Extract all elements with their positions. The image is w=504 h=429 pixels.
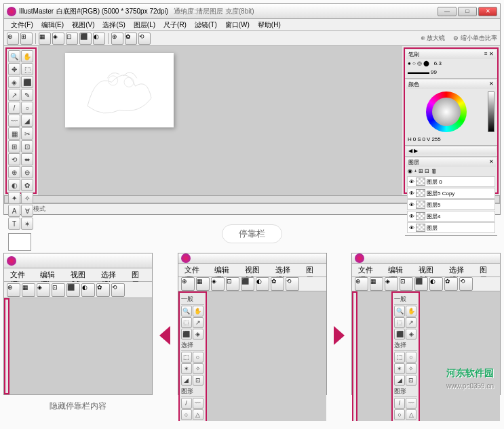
layer-row[interactable]: 👁图层5 bbox=[407, 199, 495, 210]
menu-file[interactable]: 文件(F) bbox=[7, 268, 37, 281]
tool-button[interactable]: ⊡ bbox=[193, 375, 203, 386]
toolbar-button[interactable]: ✿ bbox=[125, 33, 137, 45]
menu-view[interactable]: 视图(V) bbox=[415, 264, 446, 277]
tool-button[interactable]: 🔍 bbox=[181, 306, 192, 316]
title-bar[interactable]: IllustMaster 白底图#(RGB) (5000 * 3750px 72… bbox=[4, 4, 500, 19]
collapsed-dock-strip[interactable] bbox=[352, 291, 357, 421]
tool-button[interactable]: ✶ bbox=[21, 218, 33, 230]
toolbar-button[interactable]: ⊡ bbox=[226, 277, 239, 291]
close-button[interactable]: ✕ bbox=[478, 7, 497, 16]
tool-button[interactable]: 🔍 bbox=[394, 306, 405, 316]
tool-button[interactable]: ↗ bbox=[193, 317, 203, 328]
layer-row[interactable]: 👁图层 0 bbox=[407, 176, 495, 187]
tool-button[interactable]: ○ bbox=[394, 409, 405, 420]
menu-file[interactable]: 文件(F) bbox=[355, 264, 385, 277]
toolbar-button[interactable]: ▦ bbox=[370, 277, 383, 291]
tool-button[interactable]: ✥ bbox=[8, 63, 20, 75]
moved-dock[interactable]: 一般🔍✋⬚↗⬛◈选择⬚○✶✧◢⊡图形/〰○△◢⊞ bbox=[391, 291, 420, 421]
tool-button[interactable]: ✧ bbox=[406, 363, 416, 374]
toolbar-button[interactable]: ⬛ bbox=[241, 277, 254, 291]
tool-button[interactable]: / bbox=[8, 102, 20, 114]
collapsed-dock[interactable] bbox=[4, 298, 9, 394]
toolbar-button[interactable]: ▦ bbox=[22, 283, 35, 297]
tool-button[interactable]: ○ bbox=[193, 352, 203, 363]
tool-button[interactable]: ∀ bbox=[21, 205, 33, 217]
toolbar-button[interactable]: ✿ bbox=[444, 277, 458, 291]
tool-button[interactable]: ↗ bbox=[406, 317, 416, 328]
zoom-out-label[interactable]: 缩小单击比率 bbox=[461, 35, 497, 41]
panel-collapse-icon[interactable]: ≡ ✕ bbox=[484, 51, 494, 58]
tool-button[interactable]: ✋ bbox=[21, 50, 33, 62]
value-slider[interactable] bbox=[488, 91, 495, 132]
visibility-icon[interactable]: 👁 bbox=[409, 213, 414, 220]
toolbar-button[interactable]: ⊕ bbox=[181, 277, 195, 291]
visibility-icon[interactable]: 👁 bbox=[409, 179, 414, 185]
tool-button[interactable]: ✶ bbox=[394, 363, 405, 374]
menu-layer[interactable]: 图层 bbox=[476, 264, 497, 277]
layer-row[interactable]: 👁图层4 bbox=[407, 211, 495, 222]
toolbar-button[interactable]: ◈ bbox=[52, 33, 64, 45]
tool-button[interactable]: ◢ bbox=[394, 375, 405, 386]
menu-view[interactable]: 视图(V) bbox=[68, 19, 98, 30]
menu-layer[interactable]: 图层 bbox=[303, 264, 324, 277]
tool-button[interactable]: ⊖ bbox=[21, 166, 33, 178]
menu-layer[interactable]: 图层(L) bbox=[130, 19, 159, 30]
menu-select[interactable]: 选择(S) bbox=[98, 268, 128, 281]
toolbar-button[interactable]: ▦ bbox=[39, 33, 51, 45]
visibility-icon[interactable]: 👁 bbox=[409, 190, 414, 197]
tool-button[interactable]: ✎ bbox=[21, 89, 33, 101]
tool-button[interactable]: △ bbox=[406, 409, 416, 420]
tool-button[interactable]: ⬛ bbox=[181, 329, 192, 340]
toolbar-button[interactable]: ⊕ bbox=[7, 283, 20, 297]
minimize-button[interactable]: — bbox=[438, 7, 457, 16]
toolbar-button[interactable]: ⊞ bbox=[20, 33, 33, 45]
toolbar-button[interactable]: ▦ bbox=[196, 277, 210, 291]
toolbar-button[interactable]: ⊡ bbox=[52, 283, 65, 297]
toolbar-button[interactable]: ◐ bbox=[93, 33, 105, 45]
tool-button[interactable]: ⬚ bbox=[21, 63, 33, 75]
menu-view[interactable]: 视图(V) bbox=[67, 268, 98, 281]
menu-window[interactable]: 窗口(W) bbox=[221, 19, 254, 30]
tool-button[interactable]: / bbox=[394, 398, 405, 409]
tool-button[interactable]: ◈ bbox=[406, 329, 416, 340]
tool-button[interactable]: T bbox=[8, 218, 20, 230]
visibility-icon[interactable]: 👁 bbox=[409, 225, 414, 231]
toolbar-button[interactable]: ⟲ bbox=[286, 277, 299, 291]
color-wheel[interactable] bbox=[426, 91, 467, 132]
zoom-in-label[interactable]: 放大镜 bbox=[427, 35, 445, 41]
menu-view[interactable]: 视图(V) bbox=[241, 264, 272, 277]
canvas[interactable] bbox=[65, 53, 174, 127]
tool-button[interactable]: ✶ bbox=[181, 363, 192, 374]
menu-help[interactable]: 帮助(H) bbox=[254, 19, 285, 30]
toolbar-button[interactable]: ◈ bbox=[385, 277, 398, 291]
toolbar-button[interactable]: ✿ bbox=[271, 277, 284, 291]
menu-filter[interactable]: 滤镜(T) bbox=[191, 19, 221, 30]
menu-layer[interactable]: 图层 bbox=[128, 268, 149, 281]
tool-button[interactable]: ⬛ bbox=[21, 76, 33, 88]
tool-button[interactable]: △ bbox=[193, 409, 203, 420]
tool-button[interactable]: 🔍 bbox=[8, 50, 20, 62]
tool-button[interactable]: ▦ bbox=[8, 127, 20, 140]
tool-button[interactable]: ↗ bbox=[8, 89, 20, 101]
menu-ruler[interactable]: 尺子(R) bbox=[159, 19, 191, 30]
menu-edit[interactable]: 编辑(E) bbox=[37, 19, 68, 30]
toolbar-button[interactable]: ✿ bbox=[96, 283, 110, 297]
tool-button[interactable]: ✧ bbox=[193, 363, 203, 374]
tool-button[interactable]: 〰 bbox=[193, 398, 203, 409]
tool-button[interactable]: ✿ bbox=[21, 179, 33, 191]
tool-button[interactable]: ✂ bbox=[21, 127, 33, 140]
toolbar-button[interactable]: ⊕ bbox=[355, 277, 368, 291]
tool-button[interactable]: ✧ bbox=[21, 192, 33, 204]
toolbar-button[interactable]: ⬛ bbox=[79, 33, 92, 45]
menu-select[interactable]: 选择(S) bbox=[98, 19, 129, 30]
tool-button[interactable]: ◈ bbox=[193, 329, 203, 340]
toolbar-button[interactable]: ⟲ bbox=[111, 283, 125, 297]
tool-button[interactable]: ⊡ bbox=[406, 375, 416, 386]
color-swatch[interactable] bbox=[8, 233, 31, 251]
tool-button[interactable]: A bbox=[8, 205, 20, 217]
layer-row[interactable]: 👁图层 bbox=[407, 222, 495, 233]
tool-button[interactable]: ⊞ bbox=[8, 140, 20, 152]
toolbar-button[interactable]: ⊕ bbox=[111, 33, 123, 45]
tool-button[interactable]: ✋ bbox=[406, 306, 416, 316]
toolbar-button[interactable]: ⬛ bbox=[414, 277, 428, 291]
